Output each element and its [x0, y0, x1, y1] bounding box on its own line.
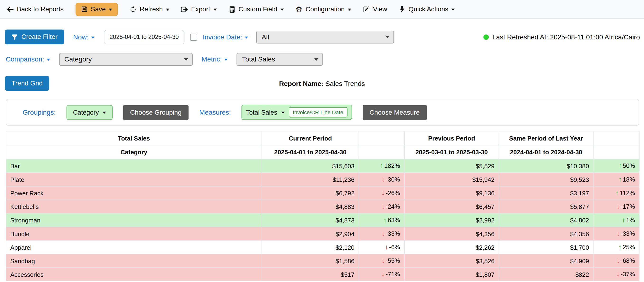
create-filter-button[interactable]: Create Filter — [5, 30, 64, 44]
grouping-category-label: Category — [73, 109, 99, 116]
header-row-dates: Category 2025-04-01 to 2025-04-30 2025-0… — [6, 145, 639, 159]
report-name-label: Report Name: — [279, 80, 324, 87]
measures-label: Measures: — [199, 108, 231, 116]
invoice-date-select[interactable]: All — [256, 30, 394, 44]
create-filter-label: Create Filter — [21, 33, 58, 40]
trend-grid-row: Trend Grid Report Name: Sales Trends — [0, 76, 644, 91]
category-cell: Strongman — [6, 214, 262, 227]
invoice-date-dropdown[interactable]: Invoice Date: — [203, 33, 248, 41]
down-arrow-icon: ↓ — [616, 230, 620, 237]
up-arrow-icon: ↑ — [384, 216, 387, 223]
invoice-date-checkbox[interactable] — [190, 34, 197, 40]
table-row: Sandbag$1,586↓-55%$3,526$4,909↓-68% — [6, 254, 639, 268]
category-cell: Bundle — [6, 227, 262, 240]
trend-grid-button[interactable]: Trend Grid — [5, 76, 50, 91]
previous-period-value: $3,526 — [404, 254, 499, 268]
down-arrow-icon: ↓ — [385, 244, 388, 250]
custom-field-icon — [229, 6, 235, 12]
caret-down-icon — [280, 8, 284, 11]
header-current-range: 2025-04-01 to 2025-04-30 — [262, 145, 359, 159]
category-cell: Kettlebells — [6, 200, 262, 213]
configuration-button[interactable]: ⚙ Configuration — [296, 6, 351, 13]
up-arrow-icon: ↑ — [616, 189, 619, 196]
down-arrow-icon: ↓ — [616, 203, 620, 210]
year-change-cell: ↓-68% — [594, 254, 640, 268]
down-arrow-icon: ↓ — [616, 270, 620, 278]
current-change-cell: ↑63% — [359, 214, 404, 227]
metric-label: Metric: — [201, 56, 222, 64]
current-change-cell: ↓-33% — [359, 227, 404, 240]
header-total-sales: Total Sales — [6, 131, 262, 145]
header-last-year-range: 2024-04-01 to 2024-04-30 — [499, 145, 594, 159]
year-change-cell: ↑50% — [594, 159, 640, 172]
trend-table-body: Bar$15,603↑182%$5,529$10,380↑50%Plate$11… — [6, 159, 639, 281]
current-change-cell: ↑182% — [359, 159, 404, 172]
last-year-value: $4,802 — [499, 214, 594, 227]
save-label: Save — [91, 6, 106, 13]
now-dropdown[interactable]: Now: — [73, 33, 94, 41]
caret-down-icon — [109, 8, 112, 11]
caret-down-icon — [166, 8, 169, 11]
filter-icon — [12, 34, 18, 40]
refresh-label: Refresh — [140, 6, 163, 13]
down-arrow-icon: ↓ — [382, 203, 385, 210]
current-change-cell: ↓-24% — [359, 200, 404, 213]
measure-label: Total Sales — [246, 109, 277, 116]
table-row: Accessories$517↓-71%$1,807$822↓-37% — [6, 268, 639, 281]
comparison-select[interactable]: Category — [59, 53, 192, 66]
down-arrow-icon: ↓ — [382, 257, 385, 264]
last-year-value: $4,909 — [499, 254, 594, 268]
back-arrow-icon — [7, 6, 14, 12]
configuration-label: Configuration — [306, 6, 345, 13]
current-change-cell: ↓-30% — [359, 172, 404, 186]
table-row: Plate$11,236↓-30%$15,942$9,523↑18% — [6, 172, 639, 186]
header-empty — [594, 131, 640, 145]
header-empty — [594, 145, 640, 159]
groupings-panel: Groupings: Category Choose Grouping Meas… — [6, 99, 639, 126]
view-icon — [363, 6, 370, 12]
report-name: Report Name: Sales Trends — [279, 80, 365, 87]
caret-down-icon — [348, 8, 351, 11]
metric-select[interactable]: Total Sales — [236, 53, 323, 66]
back-to-reports-button[interactable]: Back to Reports — [7, 6, 64, 13]
category-cell: Apparel — [6, 240, 262, 254]
comparison-dropdown[interactable]: Comparison: — [6, 56, 50, 64]
last-year-value: $822 — [499, 268, 594, 281]
current-change-cell: ↓-55% — [359, 254, 404, 268]
metric-dropdown[interactable]: Metric: — [201, 56, 228, 64]
invoice-date-label: Invoice Date: — [203, 33, 242, 41]
measure-total-sales-button[interactable]: Total Sales Invoice/CR Line Date — [242, 105, 352, 120]
current-period-value: $2,904 — [262, 227, 359, 240]
select-chevron-icon — [385, 36, 389, 38]
table-row: Kettlebells$4,883↓-24%$6,457$5,877↓-17% — [6, 200, 639, 213]
last-year-value: $1,700 — [499, 240, 594, 254]
category-cell: Bar — [6, 159, 262, 172]
current-period-value: $6,792 — [262, 186, 359, 200]
select-chevron-icon — [314, 58, 318, 60]
previous-period-value: $9,136 — [404, 186, 499, 200]
comparison-selected-value: Category — [64, 56, 92, 64]
save-icon — [81, 6, 88, 12]
lightning-icon — [399, 6, 405, 12]
trend-grid-label: Trend Grid — [12, 80, 42, 87]
down-arrow-icon: ↓ — [382, 189, 385, 196]
custom-field-button[interactable]: Custom Field — [229, 6, 284, 13]
save-button[interactable]: Save — [76, 2, 118, 16]
up-arrow-icon: ↑ — [618, 244, 622, 250]
down-arrow-icon: ↓ — [382, 230, 385, 237]
current-change-cell: ↓-26% — [359, 186, 404, 200]
select-chevron-icon — [184, 58, 188, 60]
view-button[interactable]: View — [363, 6, 387, 13]
up-arrow-icon: ↑ — [622, 216, 625, 223]
choose-grouping-button[interactable]: Choose Grouping — [123, 104, 188, 120]
category-cell: Power Rack — [6, 186, 262, 200]
current-period-value: $4,873 — [262, 214, 359, 227]
date-range-input[interactable] — [104, 30, 184, 44]
quick-actions-button[interactable]: Quick Actions — [399, 6, 455, 13]
export-button[interactable]: Export — [181, 6, 216, 13]
caret-down-icon — [452, 8, 455, 11]
refresh-button[interactable]: Refresh — [130, 6, 169, 13]
choose-measure-button[interactable]: Choose Measure — [362, 104, 427, 120]
last-refreshed-label: Last Refreshed At: 2025-08-11 01:00 Afri… — [492, 33, 640, 41]
grouping-category-button[interactable]: Category — [66, 105, 112, 120]
